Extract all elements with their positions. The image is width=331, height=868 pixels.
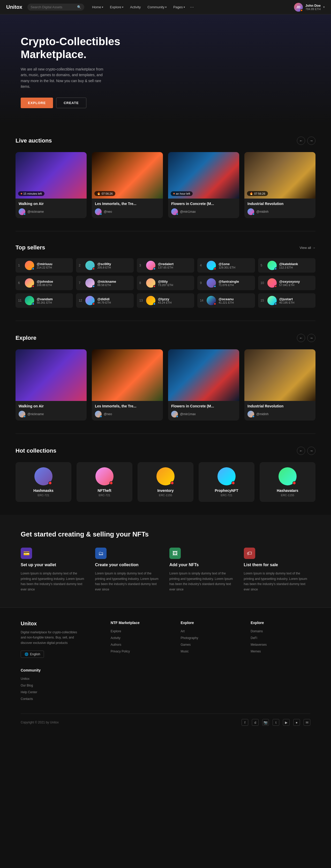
collection-type: ERC-721: [99, 494, 110, 497]
footer-link[interactable]: DeFi: [251, 636, 257, 640]
card-author[interactable]: @midinh: [247, 411, 312, 417]
footer-link[interactable]: Unitox: [21, 677, 29, 681]
auction-card[interactable]: 🔥07:56:26 Industrial Revolution @midinh: [244, 152, 315, 218]
card-author[interactable]: @neo: [95, 208, 160, 215]
youtube-icon[interactable]: ▶: [283, 719, 289, 726]
seller-item[interactable]: 6 @johndoe 108.88 ETH: [16, 276, 73, 290]
seller-avatar: [146, 296, 156, 305]
avatar[interactable]: JD: [294, 3, 303, 11]
footer-brand: Unitox Digital marketplace for crypto-co…: [21, 621, 100, 658]
list-item: Art: [181, 629, 240, 633]
collection-card[interactable]: NFTheft ERC-721: [77, 462, 132, 502]
seller-eth: 129.301 ETH: [219, 266, 235, 269]
prev-arrow-button[interactable]: ←: [297, 136, 305, 145]
author-avatar: [247, 208, 254, 215]
list-item: Activity: [111, 636, 170, 640]
footer-link[interactable]: Metaverses: [251, 643, 267, 647]
next-arrow-button[interactable]: →: [307, 136, 315, 145]
seller-item[interactable]: 14 @oceanu 41.221 ETH: [197, 293, 255, 308]
card-author[interactable]: @nickname: [19, 411, 84, 417]
footer-link[interactable]: Explore: [111, 629, 121, 633]
seller-item[interactable]: 3 @redalert 137.65 ETH: [137, 258, 194, 273]
language-selector[interactable]: 🌐 English: [21, 651, 44, 658]
nav-pages[interactable]: Pages ▾: [171, 4, 188, 10]
explore-card[interactable]: Walking on Air @nickname: [16, 349, 87, 421]
seller-item[interactable]: 11 @vandam 50.261 ETH: [16, 293, 73, 308]
seller-item[interactable]: 7 @nickname 88.58 ETH: [76, 276, 133, 290]
seller-avatar: [25, 278, 34, 288]
nav-more-icon[interactable]: ···: [190, 4, 194, 10]
prev-arrow-button[interactable]: ←: [297, 334, 305, 342]
card-author[interactable]: @nickname: [19, 208, 84, 215]
facebook-icon[interactable]: f: [242, 719, 248, 726]
card-author[interactable]: @midinh: [247, 208, 312, 215]
collection-card[interactable]: Inventory ERC-1155: [138, 462, 193, 502]
nav-explore[interactable]: Explore ▾: [107, 4, 126, 10]
footer-link[interactable]: Games: [181, 643, 191, 647]
collection-card[interactable]: Hashmasks ERC-721: [16, 462, 72, 502]
seller-name: @lllily: [158, 280, 173, 283]
footer-link[interactable]: Activity: [111, 636, 120, 640]
explore-card[interactable]: Flowers in Concrete (M... @min1max: [168, 349, 239, 421]
seller-item[interactable]: 10 @oxyoxyoxy 57.041 ETH: [258, 276, 315, 290]
twitter-icon[interactable]: t: [273, 719, 279, 726]
seller-info: @redalert 137.65 ETH: [158, 262, 173, 269]
nav-logo[interactable]: Unitox: [6, 4, 22, 10]
seller-item[interactable]: 8 @lllily 73.207 ETH: [137, 276, 194, 290]
footer-link[interactable]: Our Blog: [21, 684, 33, 687]
prev-arrow-button[interactable]: ←: [297, 447, 305, 455]
create-button[interactable]: CREATE: [56, 98, 86, 108]
seller-item[interactable]: 4 @1one 129.301 ETH: [197, 258, 255, 273]
footer-link[interactable]: Privacy Policy: [111, 650, 130, 653]
card-author[interactable]: @neo: [95, 411, 160, 417]
auction-card[interactable]: 🔥07:56:26 Les Immortels, the Tre... @neo: [92, 152, 163, 218]
footer-link[interactable]: Photography: [181, 636, 198, 640]
user-chevron-icon[interactable]: ▾: [323, 5, 325, 9]
nav-home[interactable]: Home ▾: [89, 4, 106, 10]
footer-link[interactable]: Help Center: [21, 690, 37, 694]
collection-avatar-wrap: [278, 467, 297, 485]
footer-link[interactable]: Art: [181, 629, 184, 633]
footer-brand-desc: Digital marketplace for crypto-collectib…: [21, 630, 78, 646]
collection-card[interactable]: ProphecyNFT ERC-721: [199, 462, 254, 502]
globe-icon: 🌐: [25, 652, 28, 656]
card-author[interactable]: @min1max: [171, 411, 236, 417]
seller-item[interactable]: 15 @justart 40.195 ETH: [258, 293, 315, 308]
footer-link[interactable]: Memes: [251, 650, 261, 653]
next-arrow-button[interactable]: →: [307, 334, 315, 342]
seller-avatar: [267, 296, 277, 305]
explore-card[interactable]: Industrial Revolution @midinh: [244, 349, 315, 421]
collection-status-dot: [293, 481, 296, 485]
seller-item[interactable]: 5 @kateblank 112.3 ETH: [258, 258, 315, 273]
card-author[interactable]: @min1max: [171, 208, 236, 215]
seller-item[interactable]: 1 @miriuuu 214.22 ETH: [16, 258, 73, 273]
nav-activity[interactable]: Activity: [128, 4, 143, 10]
chevron-down-icon: ▾: [165, 6, 167, 8]
explore-card[interactable]: Les Immortels, the Tre... @neo: [92, 349, 163, 421]
footer-link[interactable]: Music: [181, 650, 189, 653]
seller-item[interactable]: 9 @fantraingle 71.076 ETH: [197, 276, 255, 290]
seller-item[interactable]: 12 @dididi 44.79 ETH: [76, 293, 133, 308]
instagram-icon[interactable]: 📷: [262, 719, 269, 726]
telegram-icon[interactable]: ●: [293, 719, 300, 726]
navbar: Unitox 🔍 Home ▾ Explore ▾ Activity Commu…: [0, 0, 331, 14]
search-bar[interactable]: 🔍: [27, 4, 84, 10]
auction-card[interactable]: an hour left Flowers in Concrete (M... @…: [168, 152, 239, 218]
next-arrow-button[interactable]: →: [307, 447, 315, 455]
discord-icon[interactable]: d: [252, 719, 258, 726]
footer-link[interactable]: Authors: [111, 643, 121, 647]
search-input[interactable]: [30, 5, 77, 9]
collection-card[interactable]: Hashavatars ERC-1155: [259, 462, 315, 502]
seller-item[interactable]: 13 @lyzzy 43.24 ETH: [137, 293, 194, 308]
auction-card[interactable]: 15 minutes left Walking on Air @nickname: [16, 152, 87, 218]
explore-button[interactable]: EXPLORE: [21, 98, 53, 108]
footer-link[interactable]: Contacts: [21, 697, 33, 701]
view-all-button[interactable]: View all →: [299, 246, 315, 250]
seller-status-dot: [214, 285, 216, 288]
seller-item[interactable]: 2 @sc00ty 205.8 ETH: [76, 258, 133, 273]
explore-cards-grid: Walking on Air @nickname Les Immortels, …: [16, 349, 315, 421]
email-icon[interactable]: ✉: [304, 719, 310, 726]
seller-status-dot: [92, 268, 95, 270]
footer-link[interactable]: Domains: [251, 629, 263, 633]
nav-community[interactable]: Community ▾: [145, 4, 169, 10]
